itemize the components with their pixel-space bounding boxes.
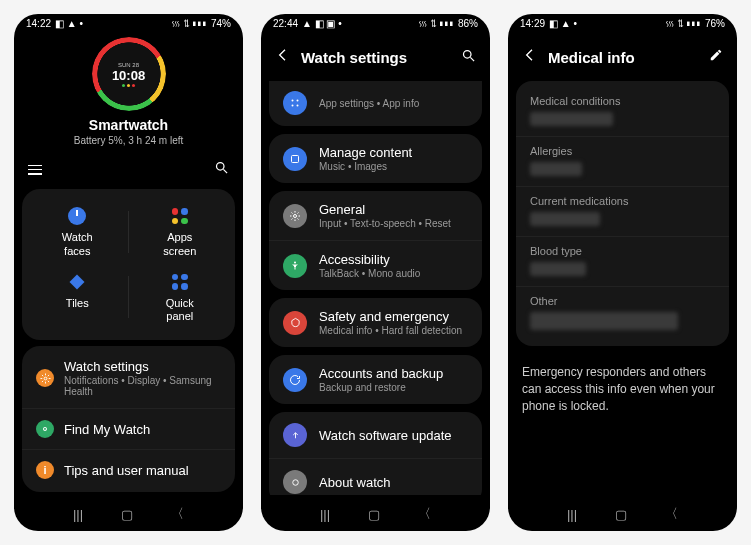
svg-point-3 [44, 377, 47, 380]
status-battery: 86% [458, 18, 478, 29]
battery-status: Battery 5%, 3 h 24 m left [14, 135, 243, 146]
svg-point-10 [292, 105, 294, 107]
row-accounts-backup[interactable]: Accounts and backup Backup and restore [269, 355, 482, 404]
status-icons-right: ᯾ ⇅ ▮▮▮ [418, 18, 454, 29]
backup-icon [283, 368, 307, 392]
med-value-redacted [530, 312, 678, 330]
phone-screen-watch-settings: 22:44 ▲ ◧ ▣ • ᯾ ⇅ ▮▮▮ 86% Watch settings… [261, 14, 490, 531]
apps-icon [283, 91, 307, 115]
svg-point-0 [217, 163, 225, 171]
emergency-icon [283, 311, 307, 335]
search-icon[interactable] [461, 48, 476, 67]
row-apps[interactable]: App settings • App info [269, 85, 482, 126]
setting-group-about: Watch software update About watch [269, 412, 482, 495]
status-icons-left: ▲ ◧ ▣ • [302, 18, 342, 29]
med-row-blood-type[interactable]: Blood type [516, 236, 729, 286]
status-battery: 74% [211, 18, 231, 29]
status-time: 14:29 [520, 18, 545, 29]
row-safety-emergency[interactable]: Safety and emergency Medical info • Hard… [269, 298, 482, 347]
row-find-my-watch[interactable]: Find My Watch [22, 408, 235, 449]
phone-screen-wearable-home: 14:22 ◧ ▲ • ᯾ ⇅ ▮▮▮ 74% SUN 28 10:08 Sma… [14, 14, 243, 531]
med-value-redacted [530, 112, 613, 126]
med-row-medications[interactable]: Current medications [516, 186, 729, 236]
svg-rect-12 [292, 155, 299, 162]
svg-point-8 [292, 100, 294, 102]
nav-recent-icon[interactable]: ||| [320, 507, 330, 522]
svg-line-7 [470, 57, 474, 61]
svg-point-6 [464, 50, 472, 58]
grid-apps-screen[interactable]: Apps screen [129, 199, 232, 265]
setting-group-accounts: Accounts and backup Backup and restore [269, 355, 482, 404]
back-icon[interactable] [275, 47, 291, 67]
med-value-redacted [530, 262, 586, 276]
nav-recent-icon[interactable]: ||| [73, 507, 83, 522]
row-general[interactable]: General Input • Text-to-speech • Reset [269, 191, 482, 240]
grid-watch-faces[interactable]: Watch faces [26, 199, 129, 265]
device-name: Smartwatch [14, 117, 243, 133]
edit-icon[interactable] [709, 48, 723, 66]
settings-list: Watch settings Notifications • Display •… [22, 346, 235, 492]
med-value-redacted [530, 212, 600, 226]
nav-back-icon[interactable]: 〈 [171, 505, 184, 523]
status-bar: 14:29 ◧ ▲ • ᯾ ⇅ ▮▮▮ 76% [508, 14, 737, 31]
status-time: 14:22 [26, 18, 51, 29]
back-icon[interactable] [522, 47, 538, 67]
med-row-conditions[interactable]: Medical conditions [516, 87, 729, 136]
accessibility-icon [283, 254, 307, 278]
setting-group-safety: Safety and emergency Medical info • Hard… [269, 298, 482, 347]
svg-point-13 [294, 214, 297, 217]
gear-icon [283, 204, 307, 228]
nav-back-icon[interactable]: 〈 [418, 505, 431, 523]
status-bar: 22:44 ▲ ◧ ▣ • ᯾ ⇅ ▮▮▮ 86% [261, 14, 490, 31]
svg-point-14 [294, 261, 296, 263]
quick-grid: Watch faces Apps screen Tiles Quick pane… [22, 189, 235, 340]
nav-back-icon[interactable]: 〈 [665, 505, 678, 523]
nav-home-icon[interactable]: ▢ [121, 507, 133, 522]
nav-bar: ||| ▢ 〈 [508, 495, 737, 531]
nav-bar: ||| ▢ 〈 [14, 495, 243, 531]
menu-icon[interactable] [28, 165, 42, 175]
page-title: Watch settings [301, 49, 451, 66]
setting-group-content: Manage content Music • Images [269, 134, 482, 183]
status-bar: 14:22 ◧ ▲ • ᯾ ⇅ ▮▮▮ 74% [14, 14, 243, 31]
nav-home-icon[interactable]: ▢ [615, 507, 627, 522]
status-icons-left: ◧ ▲ • [549, 18, 577, 29]
info-icon: i [36, 461, 54, 479]
page-header: Watch settings [261, 31, 490, 77]
gear-icon [36, 369, 54, 387]
row-accessibility[interactable]: Accessibility TalkBack • Mono audio [269, 240, 482, 290]
page-header: Medical info [508, 31, 737, 77]
row-tips[interactable]: i Tips and user manual [22, 449, 235, 490]
svg-point-5 [44, 428, 45, 429]
row-watch-settings[interactable]: Watch settings Notifications • Display •… [22, 348, 235, 408]
setting-group-general: General Input • Text-to-speech • Reset A… [269, 191, 482, 290]
status-time: 22:44 [273, 18, 298, 29]
watch-icon [283, 470, 307, 494]
page-title: Medical info [548, 49, 699, 66]
svg-marker-2 [70, 274, 85, 289]
location-icon [36, 420, 54, 438]
update-icon [283, 423, 307, 447]
grid-tiles[interactable]: Tiles [26, 265, 129, 331]
search-icon[interactable] [214, 160, 229, 179]
med-value-redacted [530, 162, 582, 176]
status-icons-right: ᯾ ⇅ ▮▮▮ [171, 18, 207, 29]
med-row-other[interactable]: Other [516, 286, 729, 340]
svg-point-11 [297, 105, 299, 107]
med-row-allergies[interactable]: Allergies [516, 136, 729, 186]
status-icons-left: ◧ ▲ • [55, 18, 83, 29]
setting-group-apps-partial: App settings • App info [269, 81, 482, 126]
nav-recent-icon[interactable]: ||| [567, 507, 577, 522]
info-footer-text: Emergency responders and others can acce… [508, 350, 737, 428]
status-icons-right: ᯾ ⇅ ▮▮▮ [665, 18, 701, 29]
row-software-update[interactable]: Watch software update [269, 412, 482, 458]
svg-point-15 [292, 479, 298, 485]
grid-quick-panel[interactable]: Quick panel [129, 265, 232, 331]
status-battery: 76% [705, 18, 725, 29]
nav-bar: ||| ▢ 〈 [261, 495, 490, 531]
row-about-watch[interactable]: About watch [269, 458, 482, 495]
watchface-day: SUN 28 [112, 62, 145, 68]
nav-home-icon[interactable]: ▢ [368, 507, 380, 522]
row-manage-content[interactable]: Manage content Music • Images [269, 134, 482, 183]
watchface-preview[interactable]: SUN 28 10:08 Smartwatch Battery 5%, 3 h … [14, 31, 243, 148]
